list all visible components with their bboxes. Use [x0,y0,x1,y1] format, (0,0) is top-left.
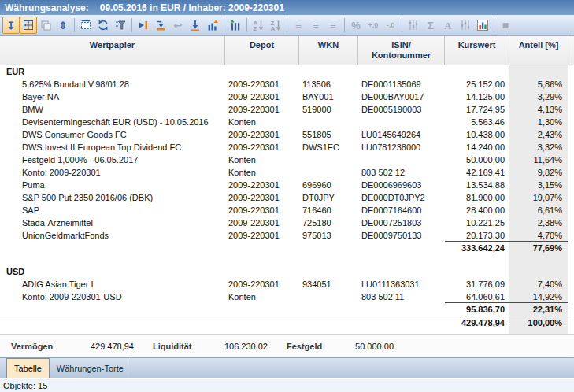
table-row[interactable]: UnionGeldmarktFonds 2009-220301 975013 D… [0,229,574,242]
cell-kurswert: 10.221,25 [445,216,509,229]
table-row[interactable]: ADIG Asian Tiger I 2009-220301 934051 LU… [0,278,574,290]
column-header-wertpapier[interactable]: Wertpapier [0,36,225,65]
resize-columns-icon[interactable] [77,17,94,34]
layers-glyph [39,19,52,31]
refresh-icon[interactable] [94,17,112,34]
cell-anteil: 11,64% [509,153,568,166]
cell-isin [358,242,445,254]
apply-down-icon[interactable] [187,17,204,34]
cell-depot [225,254,299,265]
cell-kurswert: 14.240,00 [445,141,509,153]
panel-title: Währungsanalyse: [5,2,89,13]
table-row[interactable]: DWS Consumer Goods FC 2009-220301 551805… [0,128,574,141]
cell-wkn [299,242,358,254]
table-row[interactable]: Bayer NA 2009-220301 BAY001 DE000BAY0017… [0,91,574,103]
move-down-glyph [154,19,167,31]
table-row[interactable]: Stada-Arzneimittel 2009-220301 725180 DE… [0,216,574,229]
stop-icon[interactable]: ■ [497,17,514,34]
subtotal-row-usd: 95.836,70 22,31% [0,303,574,316]
sort-asc-icon[interactable]: AZ [250,17,267,34]
cell-anteil: 2,38% [509,216,568,229]
align-left-icon[interactable]: ≡ [290,17,307,34]
font-icon[interactable]: A [439,17,457,34]
column-select-glyph [229,19,242,31]
cell-anteil: 6,61% [509,204,568,216]
fit-window-icon[interactable] [20,17,37,34]
table-row[interactable]: BMW 2009-220301 519000 DE0005190003 17.7… [0,103,574,116]
cell-isin [358,303,445,316]
table-row[interactable]: Festgeld 1,000% - 06.05.2017 Konten 50.0… [0,153,574,166]
refresh-glyph [97,19,109,31]
table-row[interactable]: 5,625% Bundanl.V.98/01.28 2009-220301 11… [0,78,574,91]
percent-icon[interactable]: % [347,17,365,34]
move-right-icon[interactable] [135,17,152,34]
move-down-icon[interactable] [152,17,169,34]
table-row[interactable]: DWS Invest II European Top Dividend FC 2… [0,141,574,153]
cell-depot [225,303,299,316]
align-center-icon[interactable]: ≡ [307,17,324,34]
cell-anteil: 77,69% [509,242,568,254]
table-row[interactable]: Devisentermingeschäft EUR (USD) - 10.05.… [0,116,574,128]
cell-anteil: 19,07% [509,191,568,204]
add-decimal-icon[interactable]: +.0 [365,17,382,34]
chart-icon[interactable] [474,17,491,34]
cell-depot [225,242,299,254]
isin-header-line2: Kontonummer [358,50,444,61]
group-row-usd[interactable]: USD [0,265,574,278]
cell-isin: 803 502 11 [358,290,445,303]
toolbar: ↧ ⇕ ↩ AZ ZA ≡ ≡ ≡ % +.0 -.0 Σ A ■ [0,15,574,36]
save-layout-icon[interactable]: ↧ [2,17,20,34]
cell-isin [358,116,445,128]
column-header-wkn[interactable]: WKN [299,36,358,65]
field-settings-icon[interactable] [405,17,422,34]
cell-kurswert: 25.152,00 [445,78,509,91]
table-row[interactable]: SAP 2009-220301 716460 DE0007164600 28.4… [0,204,574,216]
group-row-eur[interactable]: EUR [0,65,574,78]
tab-waehrungen-torte[interactable]: Währungen-Torte [50,358,131,378]
waehrungsanalyse-window: Währungsanalyse: 09.05.2016 in EUR / Inh… [0,0,574,392]
cell-wkn: DWS1EC [299,141,358,153]
vermoegen-value: 429.478,94 [80,342,134,351]
cell-wkn: 934051 [299,278,358,290]
cell-anteil: 1,30% [509,116,568,128]
apply-down-glyph [189,19,202,31]
sort-desc-icon[interactable]: ZA [267,17,284,34]
table-row[interactable]: Konto: 2009-220301-USD Konten 803 502 11… [0,290,574,303]
cell-anteil: 4,70% [509,229,568,242]
align-right-icon[interactable]: ≡ [324,17,342,34]
table-row[interactable]: Konto: 2009-220301 Konten 803 502 12 42.… [0,166,574,179]
layers-icon[interactable] [37,17,54,34]
filter-glyph [114,19,127,31]
table-row[interactable]: S&P 500 Put 2350 2016/06 (DBK) 2009-2203… [0,191,574,204]
cell-isin [358,254,445,265]
cell-anteil: 5,86% [509,78,568,91]
cell-wkn: 975013 [299,229,358,242]
column-header-depot[interactable]: Depot [225,36,299,65]
column-header-anteil[interactable]: Anteil [%] [509,36,568,65]
table-row[interactable]: Puma 2009-220301 696960 DE0006969603 13.… [0,179,574,191]
cell-depot: 2009-220301 [225,128,299,141]
undo-icon[interactable]: ↩ [169,17,187,34]
cell-depot: 2009-220301 [225,229,299,242]
filter-settings-icon[interactable] [457,17,474,34]
filter-icon[interactable] [112,17,129,34]
cell-wertpapier: Devisentermingeschäft EUR (USD) - 10.05.… [0,116,225,128]
cell-isin [358,153,445,166]
cell-wertpapier [0,254,225,265]
chart-columns-icon[interactable] [204,17,221,34]
table-header: Wertpapier Depot WKN ISIN/Kontonummer Ku… [0,36,574,65]
column-header-kurswert[interactable]: Kurswert [445,36,509,65]
cell-group-name: USD [0,265,225,278]
cell-wertpapier: Puma [0,179,225,191]
fit-height-icon[interactable]: ⇕ [54,17,72,34]
column-select-icon[interactable] [227,17,244,34]
cell-depot: 2009-220301 [225,141,299,153]
filter-settings-glyph [459,19,472,31]
toolbar-separator [402,18,402,32]
tab-tabelle[interactable]: Tabelle [6,358,50,378]
column-header-isin[interactable]: ISIN/Kontonummer [358,36,445,65]
sum-icon[interactable]: Σ [422,17,439,34]
remove-decimal-icon[interactable]: -.0 [382,17,399,34]
cell-wkn [299,303,358,316]
cell-anteil: 9,82% [509,166,568,179]
